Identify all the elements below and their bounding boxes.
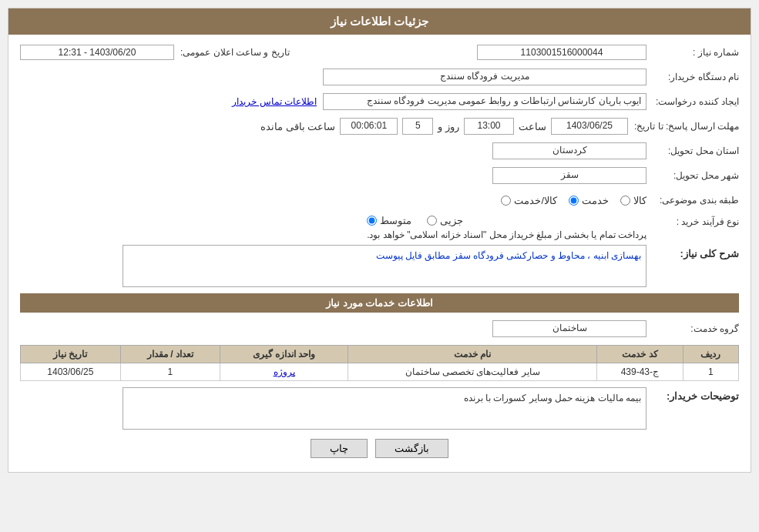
cell-date: 1403/06/25 — [21, 363, 121, 381]
province-row: استان محل تحویل: کردستان — [20, 141, 739, 161]
category-label-kala: کالا — [633, 195, 646, 206]
need-number-row: شماره نیاز : 1103001516000044 تاریخ و سا… — [20, 42, 739, 62]
buyer-notes-label: توضیحات خریدار: — [646, 387, 739, 402]
purchase-desc: پرداخت تمام یا بخشی از مبلغ خریداز محل "… — [367, 229, 646, 240]
buyer-org-value: مدیریت فرودگاه سنندج — [323, 69, 646, 85]
col-header-unit: واحد اندازه گیری — [220, 346, 348, 363]
cell-name: سایر فعالیت‌های تخصصی ساختمان — [348, 363, 597, 381]
need-number-value: 1103001516000044 — [477, 45, 646, 60]
send-days-value: 5 — [402, 118, 433, 135]
category-label: طبقه بندی موضوعی: — [646, 195, 739, 206]
send-date-row: مهلت ارسال پاسخ: تا تاریخ: 1403/06/25 سا… — [20, 116, 739, 136]
announce-label: تاریخ و ساعت اعلان عمومی: — [174, 47, 290, 58]
send-remaining-label: ساعت باقی مانده — [260, 121, 335, 132]
creator-value: ایوب باریان کارشناس ارتباطات و روابط عمو… — [323, 93, 646, 110]
creator-row: ایجاد کننده درخواست: ایوب باریان کارشناس… — [20, 92, 739, 112]
table-row: 1 ج-43-439 سایر فعالیت‌های تخصصی ساختمان… — [21, 363, 739, 381]
table-header-row: ردیف کد خدمت نام خدمت واحد اندازه گیری ت… — [21, 346, 739, 363]
purchase-label-jozi: جزیی — [440, 215, 463, 226]
city-row: شهر محل تحویل: سقز — [20, 166, 739, 186]
cell-code: ج-43-439 — [597, 363, 683, 381]
services-table: ردیف کد خدمت نام خدمت واحد اندازه گیری ت… — [20, 345, 739, 381]
purchase-label-motavaset: متوسط — [380, 215, 411, 226]
category-option-khedmat[interactable]: خدمت — [569, 195, 609, 206]
services-table-section: ردیف کد خدمت نام خدمت واحد اندازه گیری ت… — [20, 345, 739, 381]
buyer-org-label: نام دستگاه خریدار: — [646, 72, 739, 82]
col-header-radif: ردیف — [683, 346, 738, 363]
purchase-options-group: متوسط جزیی — [367, 215, 463, 226]
announce-value: 1403/06/20 - 12:31 — [20, 45, 174, 60]
purchase-option-motavaset[interactable]: متوسط — [367, 215, 411, 226]
purchase-type-label: نوع فرآیند خرید : — [646, 215, 739, 227]
need-number-label: شماره نیاز : — [646, 47, 739, 58]
main-container: جزئیات اطلاعات نیاز شماره نیاز : 1103001… — [8, 8, 751, 473]
need-desc-section: شرح کلی نیاز: بهسازی ابنیه ، محاوط و حصا… — [20, 245, 739, 287]
contact-link[interactable]: اطلاعات تماس خریدار — [232, 96, 317, 107]
send-days-label: روز و — [438, 121, 459, 132]
city-value: سقز — [492, 167, 646, 184]
category-option-kala[interactable]: کالا — [620, 195, 646, 206]
page-header: جزئیات اطلاعات نیاز — [8, 8, 751, 35]
category-row: طبقه بندی موضوعی: کالا/خدمت خدمت کالا — [20, 190, 739, 210]
purchase-type-row: نوع فرآیند خرید : متوسط جزیی پرداخت تمام… — [20, 215, 739, 240]
service-group-label: گروه خدمت: — [646, 323, 739, 334]
print-button[interactable]: چاپ — [311, 439, 368, 458]
cell-radif: 1 — [683, 363, 738, 381]
need-desc-label: شرح کلی نیاز: — [646, 245, 739, 259]
category-label-kala-khedmat: کالا/خدمت — [514, 195, 557, 206]
bottom-buttons: بازگشت چاپ — [20, 439, 739, 458]
send-time-label: ساعت — [519, 121, 546, 132]
page-title: جزئیات اطلاعات نیاز — [331, 15, 428, 28]
buyer-notes-section: توضیحات خریدار: بیمه مالیات هزینه حمل وس… — [20, 387, 739, 430]
buyer-org-row: نام دستگاه خریدار: مدیریت فرودگاه سنندج — [20, 67, 739, 87]
purchase-option-jozi[interactable]: جزیی — [427, 215, 463, 226]
cell-count: 1 — [120, 363, 220, 381]
city-label: شهر محل تحویل: — [646, 170, 739, 181]
back-button[interactable]: بازگشت — [375, 439, 448, 458]
service-group-row: گروه خدمت: ساختمان — [20, 319, 739, 339]
send-time-value: 13:00 — [464, 118, 514, 135]
col-header-count: تعداد / مقدار — [120, 346, 220, 363]
category-radio-group: کالا/خدمت خدمت کالا — [501, 195, 646, 206]
col-header-date: تاریخ نیاز — [21, 346, 121, 363]
col-header-name: نام خدمت — [348, 346, 597, 363]
page-wrapper: جزئیات اطلاعات نیاز شماره نیاز : 1103001… — [0, 0, 759, 532]
category-option-kala-khedmat[interactable]: کالا/خدمت — [501, 195, 557, 206]
services-section-header: اطلاعات خدمات مورد نیاز — [20, 293, 739, 313]
col-header-code: کد خدمت — [597, 346, 683, 363]
send-date-label: مهلت ارسال پاسخ: تا تاریخ: — [628, 121, 739, 132]
cell-unit: پروژه — [220, 363, 348, 381]
buyer-notes-value: بیمه مالیات هزینه حمل وسایر کسورات با بر… — [123, 387, 646, 430]
send-remaining-value: 00:06:01 — [340, 118, 398, 135]
send-date-value: 1403/06/25 — [551, 118, 628, 135]
service-group-value: ساختمان — [492, 320, 646, 337]
need-desc-value: بهسازی ابنیه ، محاوط و حصارکشی فرودگاه س… — [123, 245, 646, 287]
province-value: کردستان — [492, 142, 646, 159]
province-label: استان محل تحویل: — [646, 146, 739, 156]
creator-label: ایجاد کننده درخواست: — [646, 96, 739, 107]
content-area: شماره نیاز : 1103001516000044 تاریخ و سا… — [8, 35, 751, 472]
category-label-khedmat: خدمت — [582, 195, 609, 206]
